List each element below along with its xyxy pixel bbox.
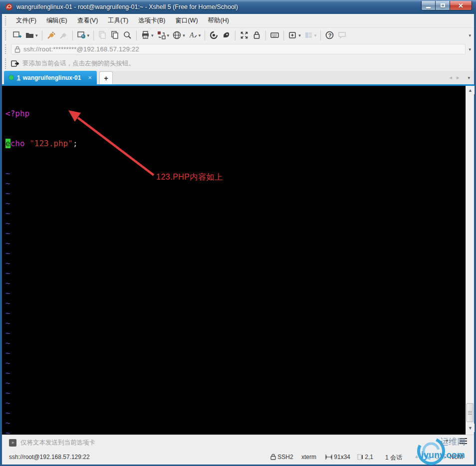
close-icon: ✕ bbox=[458, 2, 464, 9]
virtual-keyboard-button[interactable] bbox=[268, 29, 281, 41]
vim-cursor: e bbox=[5, 139, 10, 148]
add-session-arrow-icon[interactable] bbox=[11, 60, 19, 67]
font-icon: A bbox=[188, 30, 198, 40]
vim-empty-lines: ~ ~ ~ ~ ~ ~ ~ ~ ~ ~ ~ ~ ~ ~ ~ ~ ~ ~ ~ ~ … bbox=[5, 169, 466, 466]
toolbar-separator bbox=[283, 30, 284, 40]
svg-text:?: ? bbox=[328, 32, 332, 38]
status-cursor: 2,1 bbox=[365, 454, 373, 461]
find-button[interactable] bbox=[121, 29, 134, 41]
fullscreen-button[interactable] bbox=[238, 29, 250, 41]
semicolon: ; bbox=[73, 139, 78, 148]
menu-help[interactable]: 帮助(H) bbox=[203, 14, 234, 27]
lock-icon bbox=[252, 30, 261, 40]
help-icon: ? bbox=[325, 30, 334, 40]
lock-screen-button[interactable] bbox=[250, 29, 263, 41]
status-url: ssh://root@192.168.57.129:22 bbox=[9, 454, 90, 461]
close-button[interactable]: ✕ bbox=[450, 1, 472, 10]
tab-scroll-right-icon: ▸ bbox=[457, 74, 460, 81]
menu-tab[interactable]: 选项卡(B) bbox=[133, 14, 170, 27]
new-session-icon bbox=[12, 30, 22, 40]
terminal[interactable]: <?php echo "123.php"; ~ ~ ~ ~ ~ ~ ~ ~ ~ … bbox=[2, 86, 474, 435]
status-cursor-item: 2,1 bbox=[357, 454, 373, 461]
tab-nav: ◂ ▸ ▾ bbox=[449, 74, 470, 81]
terminal-text: <?php echo "123.php"; ~ ~ ~ ~ ~ ~ ~ ~ ~ … bbox=[2, 86, 466, 435]
infobar-grip[interactable] bbox=[5, 58, 7, 69]
font-dropdown-icon[interactable]: ▾ bbox=[199, 33, 201, 38]
annotation-text: 123.PHP内容如上 bbox=[156, 172, 223, 183]
open-sessions-button[interactable]: ▾ bbox=[23, 29, 39, 41]
feedback-button bbox=[336, 29, 348, 41]
tab-close-icon[interactable]: × bbox=[88, 74, 92, 81]
caps-indicator: CAP bbox=[435, 454, 448, 461]
send-text-icon[interactable]: » bbox=[9, 439, 16, 447]
print-dropdown-icon[interactable]: ▾ bbox=[151, 33, 154, 38]
terminal-scrollbar[interactable]: ▲ ▼ bbox=[466, 86, 474, 435]
web-button[interactable]: ▾ bbox=[171, 29, 187, 41]
menu-edit[interactable]: 编辑(E) bbox=[41, 14, 72, 27]
compose-menu-icon[interactable] bbox=[460, 438, 467, 444]
maximize-button[interactable] bbox=[436, 1, 450, 10]
tab-layout-icon bbox=[304, 30, 313, 40]
toolbar-separator bbox=[205, 30, 205, 40]
open-sessions-dropdown-icon[interactable]: ▾ bbox=[35, 33, 38, 38]
new-terminal-tab-button[interactable]: ▾ bbox=[286, 29, 302, 41]
echo-keyword: cho bbox=[10, 139, 30, 148]
tab-connected-dot-icon bbox=[9, 75, 13, 80]
reconnect-button[interactable] bbox=[45, 29, 57, 41]
xftp-button[interactable] bbox=[220, 29, 233, 41]
compose-options-caret-icon[interactable]: ▾ bbox=[446, 438, 448, 443]
toolbar-separator bbox=[93, 30, 94, 40]
new-tab-dropdown-icon[interactable]: ▾ bbox=[298, 33, 301, 38]
toolbar-separator bbox=[42, 30, 42, 40]
duplicate-icon bbox=[98, 30, 107, 40]
address-field[interactable]: ssh://root:*********@192.168.57.129:22 bbox=[11, 44, 466, 54]
tab-list-dropdown-icon[interactable]: ▾ bbox=[468, 75, 470, 80]
toolbar-separator bbox=[136, 30, 137, 40]
scrollbar-thumb[interactable] bbox=[467, 403, 474, 422]
transfer-button[interactable]: ▾ bbox=[155, 29, 171, 41]
help-button[interactable]: ? bbox=[323, 29, 336, 41]
toolbar-overflow-icon[interactable]: ▾ bbox=[469, 33, 471, 38]
address-dropdown-icon[interactable]: ▾ bbox=[469, 47, 471, 52]
resize-icon bbox=[325, 454, 332, 460]
close-quote: " bbox=[68, 139, 73, 148]
print-button[interactable]: ▾ bbox=[139, 29, 155, 41]
tab-layout-dropdown-icon: ▾ bbox=[314, 33, 317, 38]
session-properties-button[interactable]: ▾ bbox=[75, 29, 91, 41]
menu-bar: 文件(F) 编辑(E) 查看(V) 工具(T) 选项卡(B) 窗口(W) 帮助(… bbox=[2, 14, 474, 28]
menu-file[interactable]: 文件(F) bbox=[11, 14, 41, 27]
status-terminal-type: xterm bbox=[301, 454, 316, 461]
printer-icon bbox=[141, 30, 150, 40]
status-up-icon: ▲ bbox=[414, 454, 419, 459]
code-line-2: echo "123.php"; bbox=[5, 139, 466, 149]
transfer-dropdown-icon[interactable]: ▾ bbox=[167, 33, 170, 38]
transfer-icon bbox=[157, 30, 166, 40]
xagent-button[interactable] bbox=[208, 29, 220, 41]
status-down-icon: ▼ bbox=[423, 454, 428, 459]
new-tab-button[interactable]: + bbox=[99, 71, 113, 84]
toolbar-grip[interactable] bbox=[5, 30, 7, 40]
session-properties-icon bbox=[77, 30, 86, 40]
tab-number: 1 bbox=[17, 74, 20, 81]
scroll-down-icon[interactable]: ▼ bbox=[466, 424, 475, 432]
web-dropdown-icon[interactable]: ▾ bbox=[183, 33, 185, 38]
scroll-up-icon[interactable]: ▲ bbox=[466, 86, 475, 94]
new-session-button[interactable] bbox=[11, 29, 23, 41]
search-icon bbox=[123, 30, 132, 40]
menu-view[interactable]: 查看(V) bbox=[72, 14, 103, 27]
menu-tools[interactable]: 工具(T) bbox=[103, 14, 133, 27]
menubar-grip[interactable] bbox=[5, 16, 7, 25]
addressbar-grip[interactable] bbox=[5, 44, 7, 54]
keyboard-icon bbox=[270, 30, 279, 40]
xshell-window: wangruifenglinux-01 - root@wangruifeng-0… bbox=[0, 0, 476, 466]
menu-window[interactable]: 窗口(W) bbox=[170, 14, 203, 27]
toolbar-separator bbox=[235, 30, 236, 40]
tab-wangruifenglinux-01[interactable]: 1 wangruifenglinux-01 × bbox=[4, 71, 97, 84]
font-button[interactable]: A ▾ bbox=[187, 29, 203, 41]
minimize-button[interactable] bbox=[421, 1, 436, 10]
session-properties-dropdown-icon[interactable]: ▾ bbox=[87, 33, 90, 38]
copy-button[interactable] bbox=[109, 29, 121, 41]
caret-position-icon bbox=[357, 454, 363, 460]
tab-label: wangruifenglinux-01 bbox=[23, 74, 81, 81]
address-bar: ssh://root:*********@192.168.57.129:22 ▾ bbox=[2, 42, 474, 56]
